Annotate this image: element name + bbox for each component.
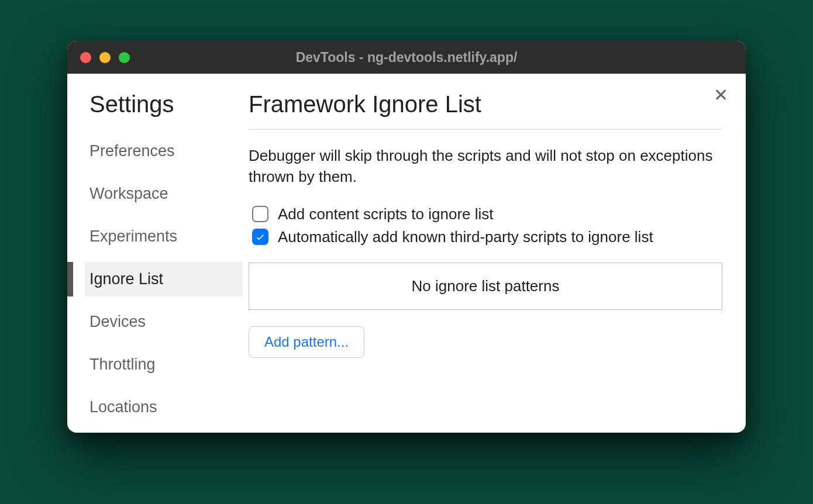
- page-title: Framework Ignore List: [249, 91, 722, 130]
- maximize-window-button[interactable]: [119, 52, 130, 63]
- checkbox-label: Add content scripts to ignore list: [278, 205, 494, 223]
- sidebar-item-label: Devices: [89, 313, 146, 330]
- sidebar-item-experiments[interactable]: Experiments: [85, 219, 243, 254]
- sidebar-item-label: Workspace: [89, 185, 168, 202]
- checkbox-third-party-scripts[interactable]: [252, 229, 268, 245]
- settings-sidebar: Settings Preferences Workspace Experimen…: [67, 91, 243, 433]
- window-titlebar: DevTools - ng-devtools.netlify.app/: [67, 41, 746, 74]
- close-window-button[interactable]: [80, 52, 91, 63]
- window-title: DevTools - ng-devtools.netlify.app/: [67, 50, 746, 65]
- sidebar-item-label: Throttling: [89, 355, 156, 373]
- traffic-lights: [80, 52, 130, 63]
- minimize-window-button[interactable]: [99, 52, 111, 63]
- settings-content: ✕ Settings Preferences Workspace Experim…: [67, 74, 746, 433]
- ignore-list-empty-state: No ignore list patterns: [249, 263, 722, 310]
- sidebar-item-throttling[interactable]: Throttling: [85, 347, 243, 382]
- devtools-settings-window: DevTools - ng-devtools.netlify.app/ ✕ Se…: [67, 41, 746, 433]
- checkbox-label: Automatically add known third-party scri…: [278, 228, 653, 246]
- sidebar-item-label: Preferences: [89, 142, 175, 160]
- sidebar-item-preferences[interactable]: Preferences: [85, 134, 243, 168]
- sidebar-item-locations[interactable]: Locations: [85, 390, 243, 424]
- sidebar-item-devices[interactable]: Devices: [85, 305, 243, 339]
- checkbox-row-content-scripts: Add content scripts to ignore list: [249, 205, 722, 223]
- sidebar-item-workspace[interactable]: Workspace: [85, 177, 243, 211]
- checkbox-row-third-party: Automatically add known third-party scri…: [249, 228, 722, 246]
- sidebar-item-label: Experiments: [89, 227, 177, 245]
- sidebar-title: Settings: [85, 91, 243, 118]
- checkbox-content-scripts[interactable]: [252, 206, 268, 222]
- add-pattern-button[interactable]: Add pattern...: [249, 326, 364, 358]
- sidebar-item-label: Ignore List: [89, 270, 163, 288]
- page-description: Debugger will skip through the scripts a…: [249, 145, 722, 188]
- checkmark-icon: [255, 232, 266, 242]
- sidebar-item-ignore-list[interactable]: Ignore List: [85, 262, 243, 296]
- sidebar-item-label: Locations: [89, 398, 157, 416]
- settings-main-panel: Framework Ignore List Debugger will skip…: [243, 91, 746, 433]
- close-icon[interactable]: ✕: [714, 87, 728, 104]
